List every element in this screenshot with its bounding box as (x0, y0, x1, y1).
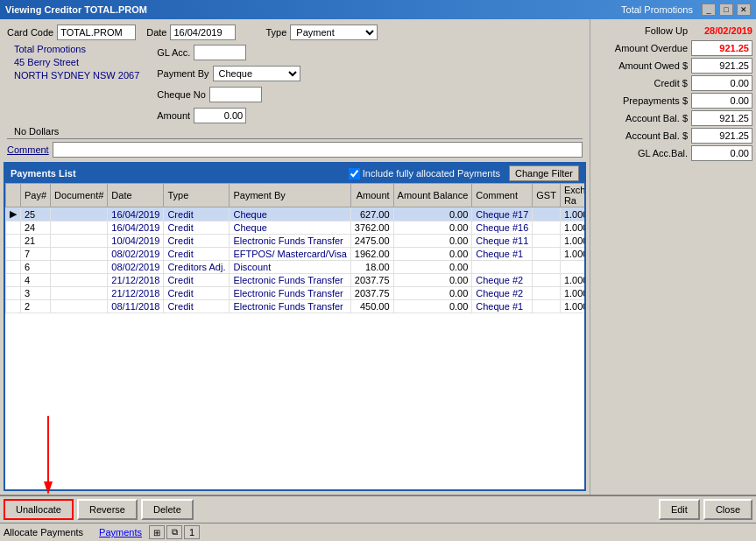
unallocate-button[interactable]: Unallocate (4, 499, 74, 520)
cell-balance: 0.00 (393, 287, 472, 300)
amount-input[interactable] (194, 108, 246, 123)
cell-payby: Electronic Funds Transfer (230, 235, 350, 248)
row-expand[interactable] (6, 300, 21, 313)
col-doc: Document# (51, 184, 108, 207)
row-expand[interactable] (6, 221, 21, 235)
cell-gst (533, 274, 561, 287)
prepayments-value[interactable] (691, 93, 752, 109)
row-expand[interactable] (6, 287, 21, 300)
date-input[interactable] (170, 25, 236, 40)
payments-table-container: Pay# Document# Date Type Payment By Amou… (5, 183, 584, 489)
cell-amount: 2037.75 (350, 274, 393, 287)
cell-payby: Cheque (230, 207, 350, 221)
type-select[interactable]: Payment (290, 25, 378, 40)
reverse-button[interactable]: Reverse (77, 499, 138, 520)
cell-pay: 2 (21, 300, 51, 313)
amount-owed-value[interactable] (691, 58, 752, 74)
credit-label: Credit $ (594, 78, 691, 88)
cell-payby: EFTPOS/ Mastercard/Visa (230, 248, 350, 261)
cell-type: Credit (164, 287, 230, 300)
row-expand[interactable] (6, 274, 21, 287)
payments-tab[interactable]: Payments (94, 526, 147, 538)
table-row[interactable]: 24 16/04/2019 Credit Cheque 3762.00 0.00… (6, 221, 585, 235)
title-bar-controls: Total Promotions _ □ ✕ (621, 4, 751, 16)
row-expand[interactable] (6, 235, 21, 248)
amount-overdue-label: Amount Overdue (594, 43, 691, 53)
bottom-toolbar: Unallocate Reverse Delete Edit Close (0, 495, 756, 523)
table-row[interactable]: 21 10/04/2019 Credit Electronic Funds Tr… (6, 235, 585, 248)
edit-button[interactable]: Edit (659, 499, 700, 520)
include-allocated-check[interactable] (349, 168, 360, 179)
bottom-area: Unallocate Reverse Delete Edit Close All… (0, 495, 756, 541)
cell-type: Credit (164, 274, 230, 287)
table-row[interactable]: 6 08/02/2019 Creditors Adj. Discount 18.… (6, 261, 585, 274)
tab-icon-1[interactable]: ⊞ (149, 525, 165, 539)
comment-input[interactable] (53, 142, 583, 158)
delete-button[interactable]: Delete (141, 499, 194, 520)
prepayments-label: Prepayments $ (594, 95, 691, 106)
cell-date: 16/04/2019 (108, 221, 164, 235)
card-code-input[interactable] (57, 25, 136, 40)
account-bal1-row: Account Bal. $ (594, 110, 752, 126)
gl-acc-label: GL Acc. (157, 47, 190, 58)
page-number[interactable]: 1 (184, 525, 200, 539)
table-row[interactable]: 2 08/11/2018 Credit Electronic Funds Tra… (6, 300, 585, 313)
cell-exch: 1.0000 (560, 221, 584, 235)
include-allocated-checkbox[interactable]: Include fully allocated Payments (345, 167, 504, 180)
amount-overdue-value[interactable] (691, 40, 752, 56)
cell-gst (533, 248, 561, 261)
cell-comment: Cheque #1 (472, 248, 533, 261)
cell-date: 21/12/2018 (108, 274, 164, 287)
close-window-button[interactable]: ✕ (737, 4, 751, 16)
comment-label[interactable]: Comment (7, 144, 49, 155)
cell-pay: 4 (21, 274, 51, 287)
table-row[interactable]: 3 21/12/2018 Credit Electronic Funds Tra… (6, 287, 585, 300)
minimize-button[interactable]: _ (702, 4, 716, 16)
tab-icon-2[interactable]: ⧉ (166, 525, 182, 539)
table-row[interactable]: 4 21/12/2018 Credit Electronic Funds Tra… (6, 274, 585, 287)
gl-acc-bal-value[interactable] (691, 145, 752, 161)
cell-pay: 21 (21, 235, 51, 248)
amount-row: Amount (157, 108, 300, 123)
account-bal1-value[interactable] (691, 110, 752, 126)
account-bal1-label: Account Bal. $ (594, 113, 691, 123)
row-expand[interactable]: ▶ (6, 207, 21, 221)
close-button[interactable]: Close (703, 499, 752, 520)
amount-owed-label: Amount Owed $ (594, 60, 691, 71)
account-bal2-value[interactable] (691, 128, 752, 144)
change-filter-button[interactable]: Change Filter (509, 165, 579, 181)
cell-balance: 0.00 (393, 221, 472, 235)
payments-controls: Include fully allocated Payments Change … (345, 165, 579, 181)
totals-section: Follow Up 28/02/2019 Amount Overdue Amou… (594, 23, 752, 161)
allocate-payments-tab[interactable]: Allocate Payments (4, 527, 83, 537)
gl-acc-input[interactable] (194, 45, 246, 60)
col-date: Date (108, 184, 164, 207)
include-allocated-label: Include fully allocated Payments (363, 168, 500, 179)
col-gst: GST (533, 184, 561, 207)
cell-balance: 0.00 (393, 261, 472, 274)
cell-pay: 3 (21, 287, 51, 300)
cell-doc (51, 300, 108, 313)
date-label: Date (146, 27, 166, 38)
cell-doc (51, 248, 108, 261)
cell-amount: 627.00 (350, 207, 393, 221)
cell-exch: 1.0000 (560, 287, 584, 300)
amount-owed-row: Amount Owed $ (594, 58, 752, 74)
table-row[interactable]: 7 08/02/2019 Credit EFTPOS/ Mastercard/V… (6, 248, 585, 261)
row-expand[interactable] (6, 261, 21, 274)
title-bar: Viewing Creditor TOTAL.PROM Total Promot… (0, 0, 756, 19)
cell-amount: 450.00 (350, 300, 393, 313)
credit-value[interactable] (691, 75, 752, 91)
cheque-no-input[interactable] (209, 87, 262, 102)
prepayments-row: Prepayments $ (594, 93, 752, 109)
col-comment: Comment (472, 184, 533, 207)
card-code-label: Card Code (7, 27, 53, 38)
maximize-button[interactable]: □ (719, 4, 733, 16)
payment-by-select[interactable]: Cheque (213, 66, 300, 81)
row-expand[interactable] (6, 248, 21, 261)
payments-table: Pay# Document# Date Type Payment By Amou… (5, 183, 584, 313)
table-row[interactable]: ▶ 25 16/04/2019 Credit Cheque 627.00 0.0… (6, 207, 585, 221)
cell-comment: Cheque #2 (472, 287, 533, 300)
cell-gst (533, 261, 561, 274)
cell-comment (472, 261, 533, 274)
